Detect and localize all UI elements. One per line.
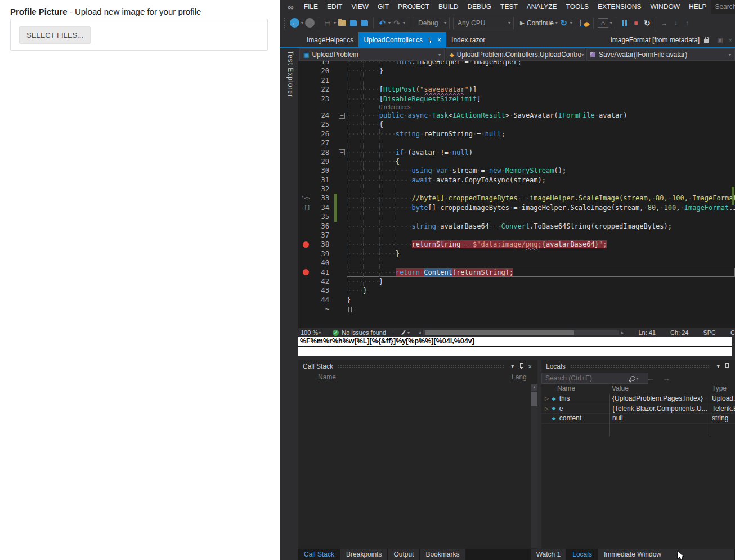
vertical-scrollbar[interactable]: ▲: [531, 384, 537, 548]
bottom-tab-watch-1[interactable]: Watch 1: [531, 549, 567, 560]
hot-reload-restart-icon[interactable]: ↻: [559, 16, 568, 30]
solution-configuration-select[interactable]: Debug▾: [414, 17, 450, 29]
tab-imagehelper.cs[interactable]: ImageHelper.cs: [302, 32, 358, 47]
breakpoint-margin[interactable]: [298, 222, 313, 231]
breakpoint-margin[interactable]: [298, 66, 313, 75]
breakpoint-margin[interactable]: [298, 129, 313, 138]
stop-debugging-icon[interactable]: ■: [631, 16, 640, 30]
continue-dropdown-icon[interactable]: ▾: [555, 20, 558, 25]
solution-platform-select[interactable]: Any CPU▾: [453, 17, 514, 29]
menu-item-project[interactable]: PROJECT: [393, 0, 434, 14]
tab-index.razor[interactable]: Index.razor: [446, 32, 490, 47]
breakpoint-margin[interactable]: [298, 104, 313, 111]
breakpoint-margin[interactable]: [298, 277, 313, 286]
scrollbar-thumb[interactable]: [531, 392, 537, 406]
expander-icon[interactable]: ▷: [545, 406, 552, 411]
breakpoint-margin[interactable]: [298, 61, 313, 66]
close-icon[interactable]: ×: [528, 363, 532, 370]
history-forward-icon[interactable]: →: [662, 374, 670, 383]
undo-dropdown-icon[interactable]: ▾: [388, 20, 391, 25]
breakpoint-margin[interactable]: [298, 111, 313, 120]
breakpoint-icon[interactable]: [303, 269, 309, 275]
menu-item-edit[interactable]: EDIT: [322, 0, 347, 14]
breakpoint-margin[interactable]: [298, 95, 313, 104]
test-explorer-tab[interactable]: Test Explorer: [286, 51, 294, 97]
locals-row[interactable]: ◆contentnullstring: [541, 414, 735, 424]
scroll-right-icon[interactable]: ▸: [621, 330, 624, 335]
browser-link-dropdown-icon[interactable]: ▾: [610, 20, 612, 25]
chevron-down-icon[interactable]: ▾: [511, 362, 514, 370]
zoom-dropdown-icon[interactable]: ▾: [319, 330, 321, 335]
bottom-tab-output[interactable]: Output: [388, 549, 420, 560]
undo-icon[interactable]: ↶: [378, 16, 387, 30]
breakpoint-margin[interactable]: [298, 85, 313, 94]
breakpoint-margin[interactable]: [298, 76, 313, 85]
menu-item-debug[interactable]: DEBUG: [463, 0, 496, 14]
breakpoint-margin[interactable]: [298, 286, 313, 295]
restart-dropdown-icon[interactable]: ▾: [570, 20, 572, 25]
toolbar-grip[interactable]: [283, 17, 286, 29]
back-dropdown-icon[interactable]: ▾: [301, 20, 303, 25]
select-files-button[interactable]: SELECT FILES...: [19, 26, 91, 44]
breakpoint-margin[interactable]: [298, 212, 313, 221]
restart-debugging-icon[interactable]: ↻: [643, 16, 652, 30]
navigate-back-icon[interactable]: ←: [290, 18, 299, 28]
pin-icon[interactable]: [519, 363, 524, 369]
break-all-icon[interactable]: [622, 20, 627, 26]
menu-item-git[interactable]: GIT: [373, 0, 393, 14]
open-folder-icon[interactable]: [338, 20, 346, 26]
breakpoint-margin[interactable]: [298, 258, 313, 267]
menu-item-file[interactable]: FILE: [299, 0, 322, 14]
step-into-icon[interactable]: ↓: [671, 16, 680, 30]
menu-item-extensions[interactable]: EXTENSIONS: [593, 0, 646, 14]
breakpoint-margin[interactable]: [298, 295, 313, 304]
bottom-tab-breakpoints[interactable]: Breakpoints: [340, 549, 388, 560]
locals-row[interactable]: ▷◆this{UploadProblem.Pages.Index}Upload.…: [541, 394, 735, 404]
pin-icon[interactable]: [428, 37, 433, 43]
tab-uploadcontroller.cs[interactable]: UploadController.cs×: [358, 32, 446, 47]
breakpoint-icon[interactable]: [303, 241, 309, 248]
close-icon[interactable]: ×: [729, 37, 732, 43]
breakpoint-margin[interactable]: [298, 157, 313, 166]
menu-item-help[interactable]: HELP: [684, 0, 711, 14]
keep-open-icon[interactable]: ▣: [717, 36, 723, 43]
breakpoint-margin[interactable]: [298, 138, 313, 147]
search-icon[interactable]: [630, 376, 635, 381]
new-file-dropdown-icon[interactable]: ▾: [334, 20, 336, 25]
breakpoint-margin[interactable]: [298, 120, 313, 129]
bottom-tab-immediate-window[interactable]: Immediate Window: [598, 549, 735, 560]
menu-item-tools[interactable]: TOOLS: [562, 0, 593, 14]
apply-code-changes-icon[interactable]: [580, 19, 589, 27]
code-editor[interactable]: 19············this.imageHelper·=·imageHe…: [298, 61, 735, 328]
chevron-down-icon[interactable]: ▾: [716, 362, 720, 370]
horizontal-scrollbar[interactable]: [423, 330, 619, 335]
breakpoint-margin[interactable]: [298, 231, 313, 240]
pin-icon[interactable]: [724, 363, 729, 369]
redo-dropdown-icon[interactable]: ▾: [403, 20, 405, 25]
zoom-level[interactable]: 100 %: [301, 329, 318, 336]
breakpoint-margin[interactable]: -[]: [298, 203, 313, 212]
metadata-tab[interactable]: ImageFormat [from metadata] ▣ ×: [610, 32, 735, 47]
menu-item-analyze[interactable]: ANALYZE: [522, 0, 562, 14]
locals-header[interactable]: Locals ▾: [541, 360, 735, 372]
save-all-icon[interactable]: [361, 20, 368, 26]
project-dropdown[interactable]: ▣UploadProblem▾: [299, 48, 445, 61]
column-divider[interactable]: [710, 394, 710, 436]
fold-toggle-icon[interactable]: –: [339, 113, 345, 119]
bottom-tab-locals[interactable]: Locals: [567, 549, 598, 560]
browser-link-home-icon[interactable]: ⌂: [598, 18, 608, 28]
menu-item-build[interactable]: BUILD: [434, 0, 463, 14]
type-dropdown[interactable]: ◆UploadProblem.Controllers.UploadContro▾: [446, 48, 585, 61]
search-box[interactable]: Search: [711, 0, 735, 14]
breakpoint-margin[interactable]: [298, 249, 313, 258]
breakpoint-margin[interactable]: [298, 166, 313, 175]
step-out-icon[interactable]: ↑: [683, 16, 692, 30]
bottom-tab-call-stack[interactable]: Call Stack: [298, 549, 340, 560]
close-icon[interactable]: ×: [437, 36, 441, 44]
breakpoint-margin[interactable]: [298, 176, 313, 185]
breakpoint-margin[interactable]: [298, 304, 313, 313]
scroll-left-icon[interactable]: ◂: [418, 330, 421, 335]
fold-toggle-icon[interactable]: –: [339, 149, 345, 155]
breakpoint-margin[interactable]: [298, 185, 313, 194]
pen-icon[interactable]: [401, 330, 406, 335]
